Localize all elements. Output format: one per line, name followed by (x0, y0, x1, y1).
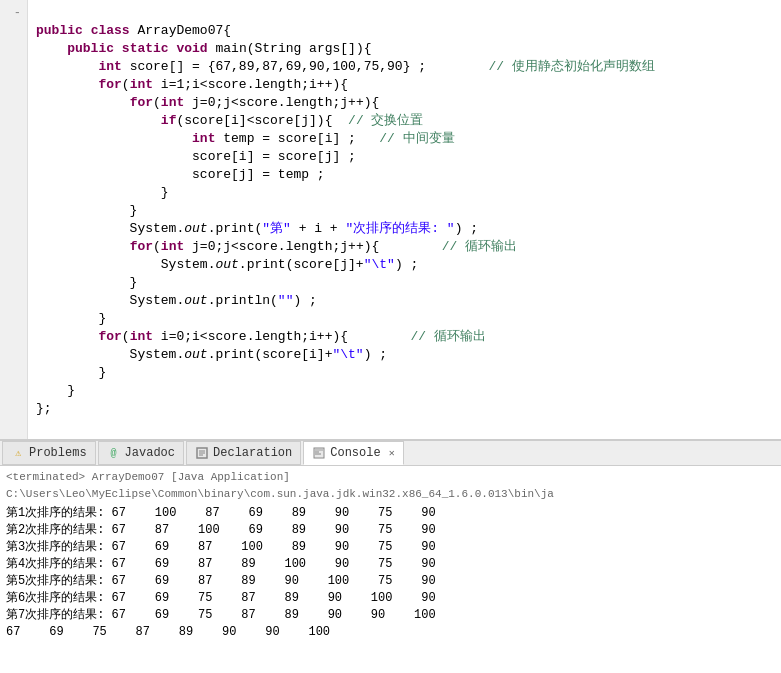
line-numbers: - (0, 0, 28, 439)
tab-javadoc[interactable]: @ Javadoc (98, 441, 184, 465)
console-terminated-line: <terminated> ArrayDemo07 [Java Applicati… (6, 469, 775, 503)
tab-console-label: Console (330, 446, 380, 460)
console-close-icon[interactable]: ✕ (389, 447, 395, 459)
svg-rect-6 (315, 452, 319, 453)
console-output-line-2: 第2次排序的结果: 67 87 100 69 89 90 75 90 (6, 522, 775, 539)
console-output-line-4: 第4次排序的结果: 67 69 87 89 100 90 75 90 (6, 556, 775, 573)
tab-declaration[interactable]: Declaration (186, 441, 301, 465)
console-output-line-7: 第7次排序的结果: 67 69 75 87 89 90 90 100 (6, 607, 775, 624)
problems-icon: ⚠ (11, 446, 25, 460)
tab-problems[interactable]: ⚠ Problems (2, 441, 96, 465)
tab-console[interactable]: Console ✕ (303, 441, 403, 465)
console-panel: <terminated> ArrayDemo07 [Java Applicati… (0, 466, 781, 658)
tab-problems-label: Problems (29, 446, 87, 460)
console-output-line-3: 第3次排序的结果: 67 69 87 100 89 90 75 90 (6, 539, 775, 556)
javadoc-icon: @ (107, 446, 121, 460)
tab-declaration-label: Declaration (213, 446, 292, 460)
console-output-line-1: 第1次排序的结果: 67 100 87 69 89 90 75 90 (6, 505, 775, 522)
console-output-line-6: 第6次排序的结果: 67 69 75 87 89 90 100 90 (6, 590, 775, 607)
tab-bar: ⚠ Problems @ Javadoc Declaration Console… (0, 440, 781, 466)
declaration-icon (195, 446, 209, 460)
code-editor[interactable]: - public class ArrayDe (0, 0, 781, 440)
console-icon (312, 446, 326, 460)
editor-scrollbar[interactable] (0, 439, 781, 440)
console-output-line-5: 第5次排序的结果: 67 69 87 89 90 100 75 90 (6, 573, 775, 590)
console-output-line-8: 67 69 75 87 89 90 90 100 (6, 624, 775, 641)
svg-rect-7 (315, 454, 321, 455)
svg-rect-4 (314, 448, 324, 458)
tab-javadoc-label: Javadoc (125, 446, 175, 460)
code-text: public class ArrayDemo07{ public static … (28, 0, 781, 439)
